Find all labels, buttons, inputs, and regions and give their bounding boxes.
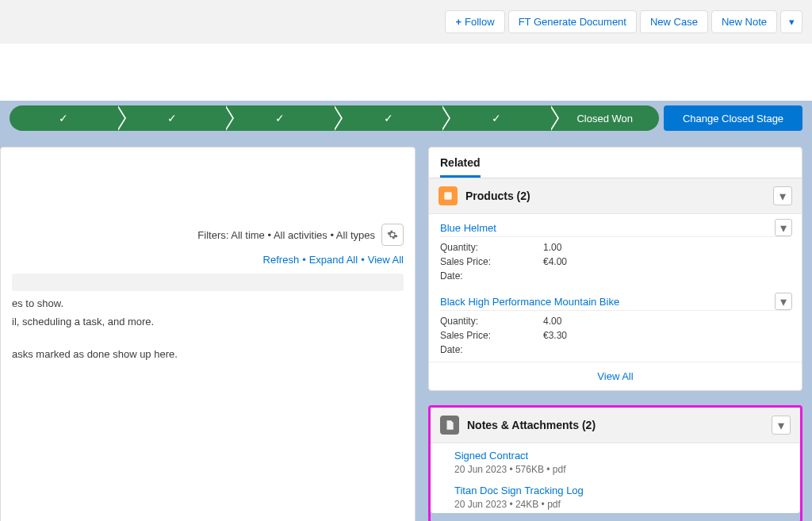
- row-menu-button[interactable]: ▾: [775, 219, 792, 236]
- stage-path-row: ✓ ✓ ✓ ✓ ✓ Closed Won Change Closed Stage: [0, 105, 812, 137]
- quantity-label: Quantity:: [440, 242, 543, 253]
- product-date-row: Date:: [440, 343, 791, 357]
- expand-all-link[interactable]: Expand All: [309, 254, 358, 266]
- stage-current[interactable]: Closed Won: [551, 105, 660, 131]
- attachment-item: Signed Contract 20 Jun 2023 • 576KB • pd…: [431, 443, 800, 478]
- tab-related[interactable]: Related: [440, 156, 481, 178]
- quantity-value: 4.00: [543, 316, 561, 327]
- separator: •: [361, 254, 365, 266]
- product-date-row: Date:: [440, 269, 791, 283]
- attachment-link[interactable]: Titan Doc Sign Tracking Log: [454, 485, 584, 496]
- change-stage-button[interactable]: Change Closed Stage: [664, 105, 802, 131]
- new-case-label: New Case: [650, 16, 698, 28]
- chevron-down-icon: ▾: [780, 294, 787, 309]
- quantity-value: 1.00: [543, 242, 561, 253]
- follow-label: Follow: [465, 16, 495, 28]
- activity-filters-row: Filters: All time • All activities • All…: [12, 147, 404, 246]
- product-quantity-row: Quantity: 4.00: [440, 314, 791, 328]
- quantity-label: Quantity:: [440, 316, 543, 327]
- product-price-row: Sales Price: €3.30: [440, 328, 791, 343]
- gear-icon: [387, 229, 398, 240]
- product-item: ▾ Black High Performance Mountain Bike Q…: [429, 288, 802, 362]
- generate-document-button[interactable]: FT Generate Document: [508, 10, 637, 33]
- product-quantity-row: Quantity: 1.00: [440, 240, 791, 255]
- chevron-down-icon: ▾: [789, 16, 795, 28]
- right-column: Related Products (2) ▾ ▾ Blue Helmet: [428, 147, 802, 521]
- change-stage-label: Change Closed Stage: [683, 113, 783, 125]
- new-note-label: New Note: [722, 16, 767, 28]
- check-icon: ✓: [167, 112, 177, 125]
- activity-text-1: es to show.: [12, 297, 404, 309]
- check-icon: ✓: [59, 112, 68, 125]
- notes-attachments-highlight: Notes & Attachments (2) ▾ Signed Contrac…: [428, 405, 802, 521]
- stage-segment[interactable]: ✓: [10, 105, 118, 131]
- activity-links: Refresh • Expand All • View All: [12, 254, 404, 266]
- attachment-meta: 20 Jun 2023 • 576KB • pdf: [454, 464, 789, 475]
- box-icon: [442, 190, 454, 201]
- stage-segment[interactable]: ✓: [335, 105, 443, 131]
- separator: •: [302, 254, 306, 266]
- product-price-row: Sales Price: €4.00: [440, 255, 791, 269]
- svg-rect-0: [444, 192, 451, 199]
- activity-block: [12, 274, 404, 291]
- price-value: €3.30: [543, 330, 567, 341]
- price-value: €4.00: [543, 256, 567, 267]
- price-label: Sales Price:: [440, 330, 543, 341]
- main-columns: Filters: All time • All activities • All…: [0, 147, 812, 521]
- products-header: Products (2) ▾: [429, 178, 802, 214]
- activity-text-2: il, scheduling a task, and more.: [12, 316, 404, 328]
- view-all-link[interactable]: View All: [368, 254, 404, 266]
- notes-title: Notes & Attachments (2): [467, 419, 596, 431]
- products-body: ▾ Blue Helmet Quantity: 1.00 Sales Price…: [429, 214, 802, 390]
- notes-header: Notes & Attachments (2) ▾: [431, 408, 800, 443]
- related-panel: Related Products (2) ▾ ▾ Blue Helmet: [428, 147, 802, 391]
- activity-text-3: asks marked as done show up here.: [12, 348, 404, 360]
- new-case-button[interactable]: New Case: [640, 10, 708, 33]
- product-item: ▾ Blue Helmet Quantity: 1.00 Sales Price…: [429, 214, 802, 288]
- check-icon: ✓: [384, 112, 393, 125]
- products-menu-button[interactable]: ▾: [773, 186, 792, 205]
- chevron-down-icon: ▾: [778, 418, 784, 433]
- attachment-item: Titan Doc Sign Tracking Log 20 Jun 2023 …: [431, 478, 800, 513]
- chevron-down-icon: ▾: [780, 220, 787, 236]
- activity-card: Filters: All time • All activities • All…: [0, 147, 416, 521]
- left-column: Filters: All time • All activities • All…: [0, 147, 416, 521]
- refresh-link[interactable]: Refresh: [263, 254, 300, 266]
- more-actions-button[interactable]: ▾: [780, 10, 802, 33]
- attachment-meta: 20 Jun 2023 • 24KB • pdf: [454, 499, 789, 510]
- notes-attachments-card: Notes & Attachments (2) ▾ Signed Contrac…: [431, 408, 800, 513]
- record-header-placeholder: [0, 44, 812, 101]
- product-link[interactable]: Blue Helmet: [440, 222, 496, 234]
- file-icon: [444, 419, 455, 431]
- notes-icon: [440, 416, 459, 435]
- activity-settings-button[interactable]: [381, 224, 404, 246]
- notes-menu-button[interactable]: ▾: [772, 416, 791, 435]
- product-link[interactable]: Black High Performance Mountain Bike: [440, 296, 619, 308]
- stage-current-label: Closed Won: [576, 113, 633, 125]
- price-label: Sales Price:: [440, 256, 543, 267]
- activity-filters-text: Filters: All time • All activities • All…: [197, 229, 375, 241]
- check-icon: ✓: [492, 112, 501, 125]
- stage-segment[interactable]: ✓: [226, 105, 335, 131]
- plus-icon: +: [455, 16, 462, 28]
- generate-document-label: FT Generate Document: [519, 16, 626, 28]
- follow-button[interactable]: + Follow: [445, 10, 504, 33]
- row-menu-button[interactable]: ▾: [775, 293, 792, 310]
- products-icon: [439, 186, 458, 205]
- action-bar: + Follow FT Generate Document New Case N…: [0, 0, 812, 44]
- stage-segment[interactable]: ✓: [118, 105, 227, 131]
- date-label: Date:: [440, 270, 543, 282]
- stage-path: ✓ ✓ ✓ ✓ ✓ Closed Won: [10, 105, 659, 137]
- related-tabs: Related: [429, 147, 802, 178]
- new-note-button[interactable]: New Note: [711, 10, 777, 33]
- chevron-down-icon: ▾: [779, 189, 786, 204]
- date-label: Date:: [440, 344, 543, 355]
- check-icon: ✓: [275, 112, 285, 125]
- attachment-link[interactable]: Signed Contract: [454, 450, 528, 462]
- products-view-all[interactable]: View All: [429, 362, 802, 390]
- products-title: Products (2): [465, 190, 530, 202]
- products-section: Products (2) ▾ ▾ Blue Helmet Quantity: 1…: [429, 178, 802, 390]
- stage-segment[interactable]: ✓: [442, 105, 551, 131]
